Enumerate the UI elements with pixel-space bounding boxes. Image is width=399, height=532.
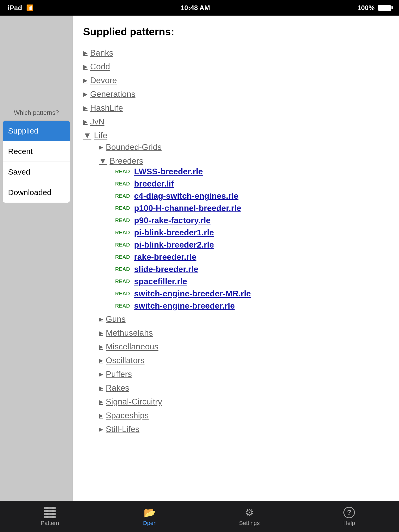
pattern-icon (44, 507, 56, 518)
folder-life[interactable]: ▼ Life (83, 130, 389, 141)
file-link-switch-engine-mr[interactable]: switch-engine-breeder-MR.rle (134, 289, 251, 298)
battery-percent: 100% (357, 4, 375, 12)
folder-label-codd: Codd (90, 62, 110, 71)
read-badge-6: READ (114, 230, 130, 236)
read-badge-3: READ (114, 193, 130, 199)
folder-label-jvn: JvN (90, 117, 104, 127)
folder-miscellaneous[interactable]: ▶ Miscellaneous (99, 341, 389, 353)
arrow-spaceships: ▶ (99, 412, 103, 419)
folder-label-miscellaneous: Miscellaneous (106, 342, 158, 351)
status-time: 10:48 AM (181, 4, 210, 12)
sidebar-item-saved[interactable]: Saved (3, 162, 70, 182)
file-row-c4-diag: READ c4-diag-switch-engines.rle (114, 191, 389, 201)
file-link-slide-breeder[interactable]: slide-breeder.rle (134, 264, 198, 274)
folder-still-lifes[interactable]: ▶ Still-Lifes (99, 423, 389, 435)
tree-item-hashlife: ▶ HashLife (83, 102, 389, 114)
content-area[interactable]: Supplied patterns: ▶ Banks ▶ Codd ▶ (73, 16, 399, 501)
file-link-pi-blink2[interactable]: pi-blink-breeder2.rle (134, 240, 214, 250)
read-badge-7: READ (114, 242, 130, 248)
folder-spaceships[interactable]: ▶ Spaceships (99, 410, 389, 421)
file-row-rake-breeder: READ rake-breeder.rle (114, 252, 389, 262)
file-row-breeder-lif: READ breeder.lif (114, 179, 389, 189)
folder-codd[interactable]: ▶ Codd (83, 61, 389, 72)
status-bar: iPad 📶 10:48 AM 100% (0, 0, 399, 16)
tab-settings[interactable]: ⚙ Settings (226, 507, 273, 527)
folder-label-bounded-grids: Bounded-Grids (106, 142, 162, 152)
sidebar-item-downloaded[interactable]: Downloaded (3, 182, 70, 203)
file-row-pi-blink2: READ pi-blink-breeder2.rle (114, 240, 389, 250)
tree-item-rakes: ▶ Rakes (99, 382, 389, 394)
tree-item-spaceships: ▶ Spaceships (99, 410, 389, 421)
read-badge-5: READ (114, 217, 130, 223)
folder-guns[interactable]: ▶ Guns (99, 313, 389, 325)
tree-item-guns: ▶ Guns (99, 313, 389, 325)
tab-pattern[interactable]: Pattern (26, 507, 73, 527)
folder-oscillators[interactable]: ▶ Oscillators (99, 355, 389, 366)
file-link-rake-breeder[interactable]: rake-breeder.rle (134, 252, 196, 262)
folder-jvn[interactable]: ▶ JvN (83, 116, 389, 128)
folder-label-devore: Devore (90, 76, 117, 85)
arrow-devore: ▶ (83, 77, 88, 84)
arrow-jvn: ▶ (83, 118, 88, 125)
arrow-guns: ▶ (99, 316, 103, 323)
folder-label-rakes: Rakes (106, 383, 129, 393)
tab-bar: Pattern 📂 Open ⚙ Settings ? Help (0, 501, 399, 532)
arrow-hashlife: ▶ (83, 105, 88, 111)
settings-icon: ⚙ (245, 507, 254, 518)
folder-label-generations: Generations (90, 89, 135, 99)
file-link-switch-engine[interactable]: switch-engine-breeder.rle (134, 301, 235, 311)
folder-breeders[interactable]: ▼ Breeders (99, 155, 389, 167)
file-link-c4-diag[interactable]: c4-diag-switch-engines.rle (134, 191, 238, 201)
tab-open[interactable]: 📂 Open (126, 507, 173, 527)
arrow-bounded-grids: ▶ (99, 144, 103, 151)
tree-item-life: ▼ Life ▶ Bounded-Grids ▼ (83, 130, 389, 435)
arrow-methuselahs: ▶ (99, 330, 103, 336)
folder-signal-circuitry[interactable]: ▶ Signal-Circuitry (99, 396, 389, 408)
help-icon: ? (343, 507, 355, 518)
folder-puffers[interactable]: ▶ Puffers (99, 368, 389, 380)
tab-help-label: Help (343, 520, 355, 527)
status-right: 100% (357, 4, 391, 12)
file-link-lwss-breeder[interactable]: LWSS-breeder.rle (134, 167, 203, 176)
folder-banks[interactable]: ▶ Banks (83, 47, 389, 59)
tab-help[interactable]: ? Help (326, 507, 373, 527)
file-link-p90[interactable]: p90-rake-factory.rle (134, 216, 211, 225)
folder-devore[interactable]: ▶ Devore (83, 75, 389, 86)
tab-settings-label: Settings (239, 520, 260, 527)
folder-hashlife[interactable]: ▶ HashLife (83, 102, 389, 114)
arrow-generations: ▶ (83, 91, 88, 98)
tree-item-puffers: ▶ Puffers (99, 368, 389, 380)
read-badge-8: READ (114, 254, 130, 260)
file-link-p100[interactable]: p100-H-channel-breeder.rle (134, 203, 241, 213)
file-row-switch-engine: READ switch-engine-breeder.rle (114, 301, 389, 311)
tree-item-still-lifes: ▶ Still-Lifes (99, 423, 389, 435)
status-left: iPad 📶 (8, 4, 33, 12)
folder-bounded-grids[interactable]: ▶ Bounded-Grids (99, 141, 389, 153)
arrow-signal-circuitry: ▶ (99, 398, 103, 405)
file-link-pi-blink1[interactable]: pi-blink-breeder1.rle (134, 228, 214, 237)
folder-label-oscillators: Oscillators (106, 356, 144, 365)
arrow-oscillators: ▶ (99, 357, 103, 364)
read-badge-4: READ (114, 205, 130, 211)
folder-label-breeders: Breeders (110, 156, 143, 166)
arrow-miscellaneous: ▶ (99, 343, 103, 350)
file-row-pi-blink1: READ pi-blink-breeder1.rle (114, 228, 389, 237)
tree-item-codd: ▶ Codd (83, 61, 389, 72)
file-link-spacefiller[interactable]: spacefiller.rle (134, 277, 187, 286)
folder-generations[interactable]: ▶ Generations (83, 88, 389, 100)
content-title: Supplied patterns: (83, 26, 389, 38)
tree-item-oscillators: ▶ Oscillators (99, 355, 389, 366)
breeders-files: READ LWSS-breeder.rle READ breeder.lif R… (114, 167, 389, 311)
read-badge-1: READ (114, 169, 130, 175)
sidebar-item-recent[interactable]: Recent (3, 141, 70, 162)
read-badge-2: READ (114, 181, 130, 187)
tree-item-generations: ▶ Generations (83, 88, 389, 100)
sidebar-item-supplied[interactable]: Supplied (3, 121, 70, 141)
tree-item-banks: ▶ Banks (83, 47, 389, 59)
read-badge-10: READ (114, 278, 130, 284)
folder-methuselahs[interactable]: ▶ Methuselahs (99, 327, 389, 339)
folder-rakes[interactable]: ▶ Rakes (99, 382, 389, 394)
battery-icon (378, 5, 391, 11)
file-link-breeder-lif[interactable]: breeder.lif (134, 179, 174, 189)
folder-label-hashlife: HashLife (90, 103, 123, 113)
